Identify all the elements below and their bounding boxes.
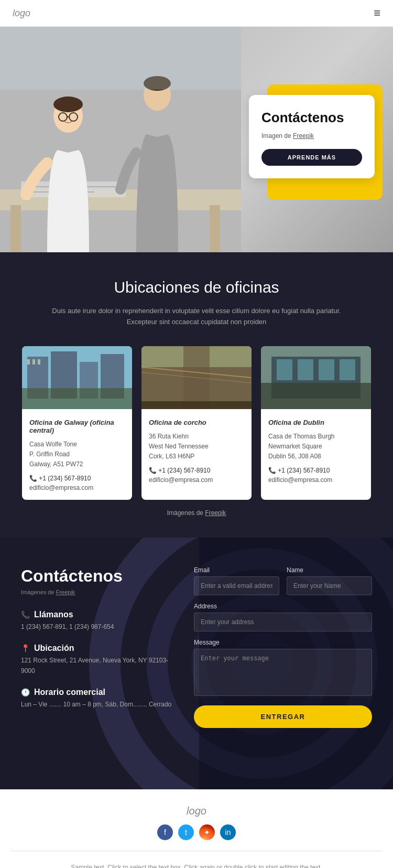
offices-title: Ubicaciones de oficinas	[16, 278, 377, 296]
freepik-link-contact[interactable]: Freepik	[56, 589, 75, 595]
office-email: edificio@empresa.com	[149, 476, 244, 484]
office-phone: 📞 +1 (234) 567-8910	[149, 467, 244, 474]
email-input[interactable]	[194, 576, 279, 595]
svg-rect-33	[141, 346, 252, 409]
hero-section: Contáctenos Imagen de Freepik APRENDE MÁ…	[0, 27, 393, 252]
submit-button[interactable]: ENTREGAR	[194, 705, 372, 728]
office-name: Oficina de Galway (oficina central)	[29, 419, 125, 434]
contact-left-panel: Contáctenos Imágenes de Freepik 📞 Lláman…	[21, 566, 173, 760]
message-label: Message	[194, 639, 372, 646]
svg-rect-2	[10, 205, 21, 252]
hero-card-title: Contáctenos	[261, 110, 362, 126]
name-label: Name	[287, 566, 372, 574]
office-address: Casa Wolfe ToneP. Griffin RoadGalway, A5…	[29, 440, 125, 470]
hamburger-menu[interactable]: ≡	[374, 6, 380, 20]
svg-rect-3	[210, 205, 220, 252]
office-name: Oficina de Dublin	[268, 419, 364, 426]
site-footer: logo f t ✦ in Sample text. Click to sele…	[0, 789, 393, 868]
hero-image	[0, 27, 241, 252]
site-header: logo ≡	[0, 0, 393, 27]
office-email: edificio@empresa.com	[268, 476, 364, 484]
office-phone: 📞 +1 (234) 567-8910	[29, 475, 125, 482]
message-group: Message	[194, 639, 372, 698]
office-card-1: Oficina de corcho 36 Ruta KiehnWest Ned …	[141, 346, 252, 500]
office-card-2: Oficina de Dublin Casa de Thomas BurghNe…	[261, 346, 371, 500]
name-input[interactable]	[287, 576, 372, 595]
svg-rect-41	[261, 346, 371, 409]
form-row-1: Email Name	[194, 566, 372, 595]
phone-icon: 📞	[21, 610, 30, 619]
office-card-body: Oficina de Galway (oficina central) Casa…	[22, 419, 132, 492]
hero-contact-card: Contáctenos Imagen de Freepik APRENDE MÁ…	[249, 95, 375, 178]
contact-title: Contáctenos	[21, 566, 173, 586]
freepik-link[interactable]: Freepik	[293, 132, 314, 140]
name-group: Name	[287, 566, 372, 595]
footer-sample-text: Sample text. Click to select the text bo…	[10, 858, 383, 868]
contact-form: Email Name Address Message ENTREGAR	[194, 566, 372, 760]
footer-divider	[10, 851, 383, 851]
svg-point-10	[53, 97, 83, 112]
ubicacion-text: 121 Rock Street, 21 Avenue, Nueva York, …	[21, 656, 173, 676]
header-logo: logo	[13, 8, 30, 19]
instagram-icon[interactable]: ✦	[199, 824, 215, 840]
offices-section: Ubicaciones de oficinas Duis aute irure …	[0, 252, 393, 538]
location-icon: 📍	[21, 644, 30, 652]
freepik-link-offices[interactable]: Freepik	[205, 509, 226, 517]
address-input[interactable]	[194, 613, 372, 631]
email-group: Email	[194, 566, 279, 595]
offices-description: Duis aute irure dolor in reprehenderit i…	[16, 306, 377, 328]
svg-rect-16	[0, 27, 241, 90]
offices-grid: Oficina de Galway (oficina central) Casa…	[16, 346, 377, 500]
office-card-body: Oficina de Dublin Casa de Thomas BurghNe…	[261, 419, 371, 484]
facebook-icon[interactable]: f	[157, 824, 173, 840]
linkedin-icon[interactable]: in	[220, 824, 236, 840]
email-label: Email	[194, 566, 279, 574]
contact-freepik: Imágenes de Freepik	[21, 589, 173, 595]
office-address: Casa de Thomas BurghNewmarket SquareDubl…	[268, 432, 364, 462]
contact-section: Contáctenos Imágenes de Freepik 📞 Lláman…	[0, 538, 393, 789]
offices-freepik: Imágenes de Freepik	[16, 509, 377, 517]
message-textarea[interactable]	[194, 649, 372, 696]
llamanos-text: 1 (234) 567-891, 1 (234) 987-654	[21, 622, 173, 632]
office-name: Oficina de corcho	[149, 419, 244, 426]
address-label: Address	[194, 603, 372, 610]
office-card-body: Oficina de corcho 36 Ruta KiehnWest Ned …	[141, 419, 252, 484]
horario-text: Lun – Vie ....... 10 am – 8 pm, Sáb, Dom…	[21, 700, 173, 710]
learn-more-button[interactable]: APRENDE MÁS	[261, 149, 362, 166]
contact-horario: 🕐 Horario comercial Lun – Vie ....... 10…	[21, 688, 173, 710]
clock-icon: 🕐	[21, 688, 30, 696]
contact-ubicacion: 📍 Ubicación 121 Rock Street, 21 Avenue, …	[21, 644, 173, 676]
svg-rect-26	[22, 346, 132, 409]
hero-card-subtitle: Imagen de Freepik	[261, 132, 362, 140]
office-card-0: Oficina de Galway (oficina central) Casa…	[22, 346, 132, 500]
footer-social-links: f t ✦ in	[10, 824, 383, 840]
office-phone: 📞 +1 (234) 567-8910	[268, 467, 364, 474]
contact-llamanos: 📞 Llámanos 1 (234) 567-891, 1 (234) 987-…	[21, 610, 173, 632]
office-address: 36 Ruta KiehnWest Ned TennesseeCork, L63…	[149, 432, 244, 462]
address-group: Address	[194, 603, 372, 631]
office-email: edificio@empresa.com	[29, 484, 125, 491]
twitter-icon[interactable]: t	[178, 824, 194, 840]
footer-logo: logo	[10, 805, 383, 817]
